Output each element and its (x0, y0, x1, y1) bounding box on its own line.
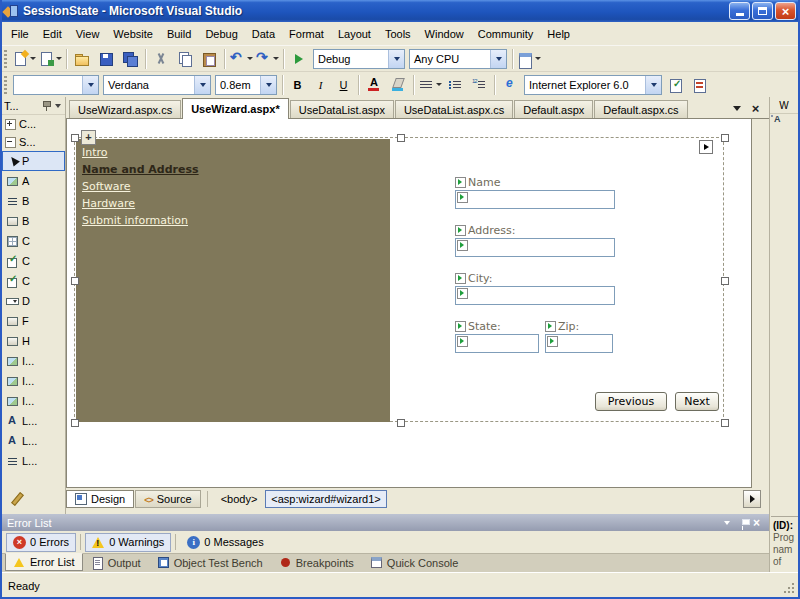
errors-toggle-button[interactable]: 0 Errors (6, 533, 76, 552)
font-size-combo[interactable]: 0.8em (215, 75, 277, 95)
toolbox-item-checkboxlist[interactable]: C (2, 271, 65, 291)
target-browser-combo[interactable]: Internet Explorer 6.0 (524, 75, 662, 95)
design-surface[interactable]: Intro Name and Address Software Hardware… (66, 119, 752, 488)
move-glyph[interactable] (81, 130, 96, 145)
alignment-button[interactable] (417, 74, 443, 96)
panel-tab-error-list[interactable]: Error List (5, 553, 83, 571)
selection-handle-nw[interactable] (71, 134, 79, 142)
new-project-button[interactable] (11, 48, 37, 70)
platform-combo[interactable]: Any CPU (409, 49, 507, 69)
wizard-step-link-software[interactable]: Software (82, 179, 384, 194)
selection-handle-ne[interactable] (721, 134, 729, 142)
menu-item-view[interactable]: View (69, 25, 107, 43)
toolbox-item-dropdownlist[interactable]: D (2, 291, 65, 311)
doc-tab-default-aspx[interactable]: Default.aspx (514, 100, 593, 118)
undo-button[interactable] (228, 48, 254, 70)
menu-item-format[interactable]: Format (282, 25, 331, 43)
toolbox-item-calendar[interactable]: C (2, 231, 65, 251)
menu-item-build[interactable]: Build (160, 25, 198, 43)
doc-tab-usedatalist-aspx[interactable]: UseDataList.aspx (290, 100, 394, 118)
numbered-list-button[interactable] (467, 74, 491, 96)
debug-config-combo[interactable]: Debug (313, 49, 405, 69)
menu-item-file[interactable]: File (4, 25, 36, 43)
properties-panel-title[interactable]: W (770, 97, 798, 114)
next-button[interactable]: Next (675, 392, 719, 411)
save-button[interactable] (94, 48, 118, 70)
panel-tab-breakpoints[interactable]: Breakpoints (271, 554, 362, 571)
toolbox-group-collapsed[interactable]: C... (2, 115, 65, 133)
selection-handle-se[interactable] (721, 419, 729, 427)
menu-item-debug[interactable]: Debug (198, 25, 244, 43)
toolbox-item-imagemap[interactable]: I... (2, 391, 65, 411)
toolbox-item-hiddenfield[interactable]: H (2, 331, 65, 351)
wizard-step-link-name-and-address[interactable]: Name and Address (82, 162, 384, 177)
toolbar-grip[interactable] (4, 50, 7, 68)
start-debugging-button[interactable] (287, 48, 311, 70)
menu-item-edit[interactable]: Edit (36, 25, 69, 43)
selection-handle-w[interactable] (71, 277, 79, 285)
bold-button[interactable]: B (286, 73, 309, 96)
toolbox-item-image[interactable]: I... (2, 351, 65, 371)
toolbox-item-button[interactable]: B (2, 211, 65, 231)
toolbox-header[interactable]: T... (2, 97, 65, 115)
menu-item-website[interactable]: Website (106, 25, 160, 43)
toolbar-grip[interactable] (4, 76, 7, 94)
check-accessibility-button[interactable] (664, 74, 688, 96)
cut-button[interactable] (149, 48, 173, 70)
add-new-item-button[interactable] (37, 48, 63, 70)
style-combo[interactable] (13, 75, 99, 95)
active-files-button[interactable] (729, 101, 744, 115)
toolbox-item-listbox[interactable]: L... (2, 451, 65, 471)
chevron-down-icon[interactable] (54, 101, 63, 110)
maximize-button[interactable] (752, 2, 773, 20)
toolbox-item-fileupload[interactable]: F (2, 311, 65, 331)
tag-scroll-right-button[interactable] (743, 490, 761, 508)
save-all-button[interactable] (118, 48, 142, 70)
panel-menu-button[interactable] (719, 516, 734, 529)
selection-handle-n[interactable] (397, 134, 405, 142)
menu-item-tools[interactable]: Tools (378, 25, 418, 43)
toolbox-item-checkbox[interactable]: C (2, 251, 65, 271)
open-file-button[interactable] (70, 48, 94, 70)
warnings-toggle-button[interactable]: 0 Warnings (85, 533, 171, 552)
toolbox-group-standard[interactable]: S... (2, 133, 65, 151)
toolbox-item-linkbutton[interactable]: L... (2, 431, 65, 451)
selection-handle-sw[interactable] (71, 419, 79, 427)
paste-button[interactable] (197, 48, 221, 70)
panel-tab-quick-console[interactable]: Quick Console (362, 554, 467, 571)
toolbox-item-label[interactable]: L... (2, 411, 65, 431)
address-textbox[interactable] (455, 238, 615, 257)
source-tab[interactable]: Source (135, 490, 200, 508)
doc-tab-usedatalist-cs[interactable]: UseDataList.aspx.cs (395, 100, 513, 118)
bulleted-list-button[interactable] (443, 74, 467, 96)
panel-pin-button[interactable] (734, 516, 749, 529)
highlight-button[interactable] (386, 74, 410, 96)
menu-item-window[interactable]: Window (418, 25, 471, 43)
city-textbox[interactable] (455, 286, 615, 305)
wizard-step-link-hardware[interactable]: Hardware (82, 196, 384, 211)
toolbox-item-imagebutton[interactable]: I... (2, 371, 65, 391)
wizard-control[interactable]: Intro Name and Address Software Hardware… (74, 137, 724, 422)
pin-icon[interactable] (41, 99, 52, 112)
close-button[interactable] (775, 2, 796, 20)
other-windows-button[interactable] (516, 48, 542, 70)
error-list-titlebar[interactable]: Error List (2, 514, 769, 531)
toolbox-item-pointer[interactable]: P (2, 151, 65, 171)
doc-tab-default-cs[interactable]: Default.aspx.cs (594, 100, 687, 118)
previous-button[interactable]: Previous (595, 392, 667, 411)
italic-button[interactable]: I (309, 73, 332, 96)
design-tab[interactable]: Design (66, 490, 134, 508)
wizard-step-link-submit-information[interactable]: Submit information (82, 213, 384, 228)
minimize-button[interactable] (729, 2, 750, 20)
doc-tab-usewizard-cs[interactable]: UseWizard.aspx.cs (69, 100, 181, 118)
doc-tab-usewizard-aspx[interactable]: UseWizard.aspx* (182, 98, 289, 119)
menu-item-help[interactable]: Help (540, 25, 577, 43)
name-textbox[interactable] (455, 190, 615, 209)
close-document-button[interactable] (748, 101, 763, 115)
wizard-step-link-intro[interactable]: Intro (82, 145, 384, 160)
font-color-button[interactable] (362, 74, 386, 96)
selection-handle-e[interactable] (721, 277, 729, 285)
panel-tab-object-test-bench[interactable]: Object Test Bench (149, 554, 271, 571)
toolbox-item-adrotator[interactable]: A (2, 171, 65, 191)
selection-handle-s[interactable] (397, 419, 405, 427)
